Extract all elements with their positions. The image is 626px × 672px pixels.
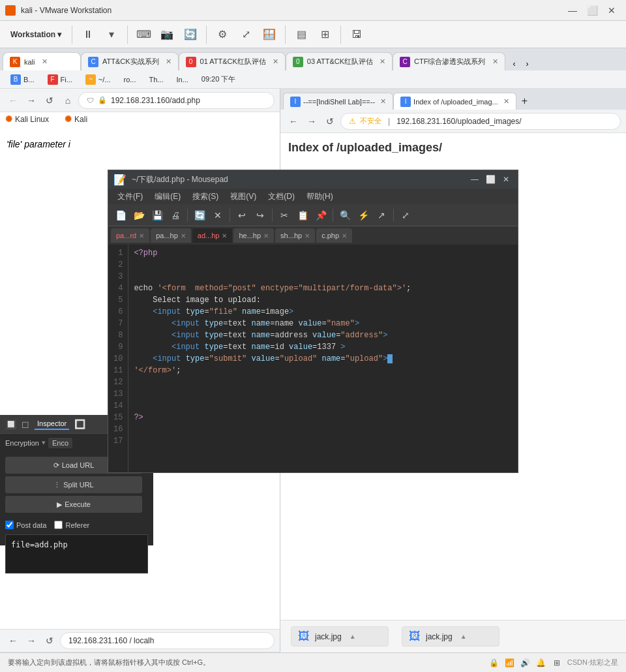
send-ctrl-alt-del[interactable]: ⌨	[133, 24, 154, 45]
mousepad-goto[interactable]: ↗	[373, 207, 390, 224]
tab-prev-arrow[interactable]: ‹	[508, 57, 521, 70]
view-btn[interactable]: ⊞	[314, 24, 335, 45]
split-back-button[interactable]: ←	[5, 633, 21, 649]
mousepad-tab-adhp[interactable]: ad...hp ✕	[192, 228, 233, 243]
unity-mode[interactable]: 🪟	[259, 24, 280, 45]
mousepad-paste[interactable]: 📌	[312, 207, 329, 224]
right-tab-indishell[interactable]: I --==[IndiShell Lab]==-- ✕	[283, 93, 393, 110]
tab-next-arrow[interactable]: ›	[521, 57, 534, 70]
pause-button[interactable]: ⏸	[78, 24, 98, 45]
mousepad-menu-help[interactable]: 帮助(H)	[301, 190, 338, 204]
mousepad-undo[interactable]: ↩	[233, 207, 250, 224]
kali-linux-tab[interactable]: ✺ Kali Linux	[0, 112, 54, 126]
mousepad-tab-pahp[interactable]: pa...hp ✕	[151, 228, 191, 243]
left-url-input[interactable]: 🛡 🔒 192.168.231.160/add.php	[78, 92, 275, 109]
mousepad-editor[interactable]: 1234567891011121314151617 <?php echo '<f…	[108, 245, 518, 472]
kali-tab-2[interactable]: ✺ Kali	[59, 112, 93, 126]
bookmark-fi[interactable]: F Fi...	[42, 72, 78, 87]
console-btn[interactable]: ▤	[291, 24, 312, 45]
toolbar-btn-2[interactable]: ▾	[101, 24, 122, 45]
vm-settings[interactable]: ⚙	[212, 24, 233, 45]
bookmark-home[interactable]: ~ ~/...	[80, 72, 116, 87]
browser-tab-attck3[interactable]: 0 03 ATT&CK红队评估 ✕	[286, 52, 393, 70]
mousepad-redo[interactable]: ↪	[252, 207, 269, 224]
encryption-arrow[interactable]: ▾	[42, 438, 46, 447]
mousepad-tab-hehp[interactable]: he...hp ✕	[233, 228, 274, 243]
mousepad-tab-pard[interactable]: pa...rd ✕	[111, 228, 149, 243]
download-item-2[interactable]: 🖼 jack.jpg ▲	[402, 626, 499, 647]
panel-textarea[interactable]: file=add.php	[5, 534, 148, 573]
forward-button[interactable]: →	[23, 93, 39, 108]
mousepad-save[interactable]: 💾	[149, 207, 166, 224]
mousepad-cut[interactable]: ✂	[276, 207, 293, 224]
workstation-menu[interactable]: Workstation ▾	[5, 27, 67, 42]
bookmark-th[interactable]: Th...	[143, 72, 168, 87]
full-screen[interactable]: ⤢	[235, 24, 256, 45]
browser-tab-attck2[interactable]: 0 01 ATT&CK红队评估 ✕	[179, 52, 286, 70]
bookmark-in[interactable]: In...	[171, 72, 193, 87]
maximize-button[interactable]: ⬜	[583, 4, 601, 17]
mousepad-menu-edit[interactable]: 编辑(E)	[149, 190, 186, 204]
right-tab-close-2[interactable]: ✕	[503, 97, 509, 106]
mousepad-tab-shhp-close[interactable]: ✕	[305, 232, 310, 239]
right-tab-new[interactable]: +	[516, 93, 533, 110]
split-url-button[interactable]: ⋮ Split URL	[5, 476, 142, 493]
right-back-button[interactable]: ←	[286, 114, 301, 129]
mousepad-open[interactable]: 📂	[130, 207, 147, 224]
right-tab-index[interactable]: I Index of /uploaded_imag... ✕	[393, 93, 516, 110]
mousepad-tab-pahp-close[interactable]: ✕	[181, 232, 186, 239]
mousepad-tab-hehp-close[interactable]: ✕	[263, 232, 269, 239]
mousepad-reload[interactable]: 🔄	[191, 207, 208, 224]
mousepad-tab-adhp-close[interactable]: ✕	[222, 232, 227, 239]
home-button[interactable]: ⌂	[60, 93, 76, 108]
browser-tab-ctf[interactable]: C CTF综合渗透实战系列 ✕	[393, 52, 505, 70]
mousepad-menu-doc[interactable]: 文档(D)	[263, 190, 300, 204]
mousepad-new[interactable]: 📄	[112, 207, 129, 224]
removable-devices[interactable]: 🖫	[346, 24, 367, 45]
inspector-tab[interactable]: Inspector	[35, 418, 69, 430]
tab-close-attck1[interactable]: ✕	[166, 57, 171, 66]
tab-close-kali[interactable]: ✕	[42, 57, 48, 66]
split-forward-button[interactable]: →	[23, 633, 39, 649]
right-reload-button[interactable]: ↺	[322, 114, 338, 129]
minimize-button[interactable]: —	[563, 4, 582, 17]
bookmark-ro[interactable]: ro...	[119, 72, 142, 87]
mousepad-close[interactable]: ✕	[499, 173, 513, 186]
split-url-input[interactable]: 192.168.231.160 / localh	[60, 632, 275, 649]
encode-button[interactable]: Enco	[48, 438, 72, 448]
download-chevron-2[interactable]: ▲	[460, 633, 467, 640]
tab-close-ctf[interactable]: ✕	[492, 57, 498, 66]
back-button[interactable]: ←	[5, 93, 21, 108]
code-editor[interactable]: <?php echo '<form method="post" enctype=…	[128, 245, 518, 472]
mousepad-tab-shhp[interactable]: sh...hp ✕	[275, 228, 315, 243]
mousepad-tab-cphp-close[interactable]: ✕	[342, 232, 347, 239]
right-tab-close-1[interactable]: ✕	[380, 97, 386, 106]
reload-button[interactable]: ↺	[42, 93, 57, 108]
download-chevron-1[interactable]: ▲	[350, 633, 356, 640]
bookmark-b[interactable]: B B...	[5, 72, 40, 87]
post-data-input[interactable]	[5, 521, 14, 529]
mousepad-replace[interactable]: ⚡	[355, 207, 372, 224]
snapshot-btn[interactable]: 📷	[156, 24, 177, 45]
bookmark-time[interactable]: 09:20 下午	[196, 72, 241, 87]
mousepad-print[interactable]: 🖨	[167, 207, 184, 224]
referer-input[interactable]	[54, 521, 63, 529]
mousepad-menu-file[interactable]: 文件(F)	[112, 190, 148, 204]
post-data-checkbox[interactable]: Post data	[5, 521, 46, 529]
download-item-1[interactable]: 🖼 jack.jpg ▲	[291, 626, 389, 647]
close-button[interactable]: ✕	[603, 4, 621, 17]
mousepad-find[interactable]: 🔍	[336, 207, 353, 224]
browser-tab-kali[interactable]: K kali ✕	[3, 52, 81, 70]
snapshot-revert[interactable]: 🔄	[180, 24, 201, 45]
tab-close-attck2[interactable]: ✕	[273, 57, 278, 66]
browser-tab-attck1[interactable]: C ATT&CK实战系列 ✕	[81, 52, 179, 70]
mousepad-cancel[interactable]: ✕	[209, 207, 226, 224]
mousepad-menu-view[interactable]: 视图(V)	[225, 190, 261, 204]
tab-close-attck3[interactable]: ✕	[380, 57, 385, 66]
mousepad-copy[interactable]: 📋	[294, 207, 311, 224]
mousepad-tab-cphp[interactable]: c.php ✕	[316, 228, 352, 243]
referer-checkbox[interactable]: Referer	[54, 521, 89, 529]
right-forward-button[interactable]: →	[304, 114, 320, 129]
split-reload-button[interactable]: ↺	[42, 633, 57, 649]
mousepad-menu-search[interactable]: 搜索(S)	[187, 190, 224, 204]
